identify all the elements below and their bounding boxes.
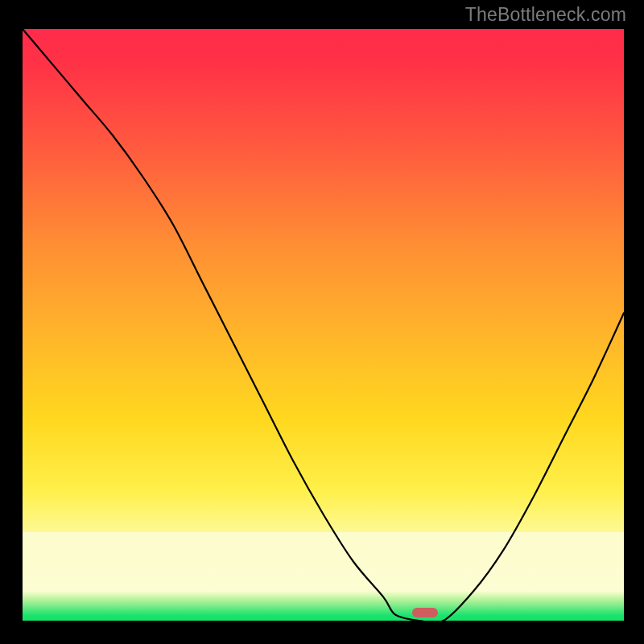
curve-layer [23,29,624,621]
optimum-marker [412,608,438,617]
bottleneck-chart: TheBottleneck.com [0,0,644,644]
bottleneck-curve [23,29,624,623]
plot-area [23,29,624,621]
watermark-label: TheBottleneck.com [465,4,626,26]
